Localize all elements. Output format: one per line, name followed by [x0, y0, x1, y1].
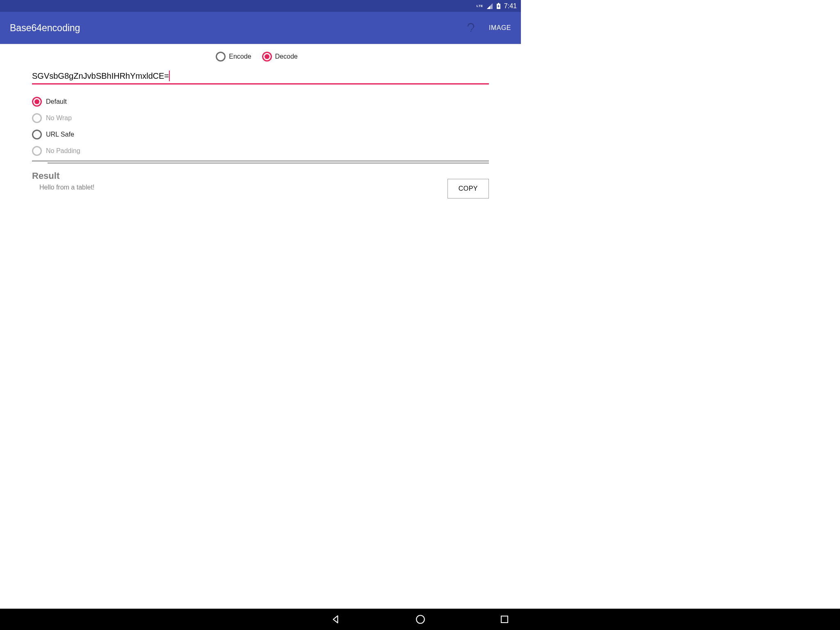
divider [32, 161, 489, 161]
option-row: No Padding [32, 143, 489, 159]
result-heading: Result [32, 171, 489, 181]
option-label: No Wrap [46, 114, 72, 122]
status-bar: LTE 7:41 [0, 0, 521, 12]
option-label: No Padding [46, 147, 80, 155]
option-label: URL Safe [46, 131, 74, 138]
encode-label: Encode [229, 53, 251, 60]
app-title: Base64encoding [10, 23, 465, 34]
option-row: URL Safe [32, 126, 489, 143]
result-text: Hello from a tablet! [39, 184, 447, 191]
option-label: Default [46, 98, 67, 105]
battery-icon [496, 3, 501, 9]
option-radio-url-safe[interactable] [32, 130, 42, 139]
help-icon[interactable] [465, 22, 477, 34]
encode-radio[interactable] [216, 52, 226, 62]
result-row: Hello from a tablet! COPY [32, 181, 489, 199]
content-area: Encode Decode DefaultNo WrapURL SafeNo P… [0, 44, 521, 199]
clock: 7:41 [504, 2, 517, 10]
option-radio-no-padding [32, 146, 42, 156]
signal-icon [486, 3, 493, 9]
option-radio-no-wrap [32, 113, 42, 123]
image-button[interactable]: IMAGE [489, 24, 511, 32]
option-row: Default [32, 94, 489, 110]
divider [48, 163, 489, 163]
options-group: DefaultNo WrapURL SafeNo Padding [32, 94, 489, 159]
text-cursor [169, 71, 170, 81]
decode-radio[interactable] [262, 52, 272, 62]
network-label: LTE [477, 4, 483, 8]
mode-selector: Encode Decode [32, 52, 489, 62]
decode-label: Decode [275, 53, 298, 60]
option-row: No Wrap [32, 110, 489, 126]
svg-rect-1 [498, 3, 499, 4]
app-bar: Base64encoding IMAGE [0, 12, 521, 44]
option-radio-default[interactable] [32, 97, 42, 107]
text-input[interactable] [32, 70, 489, 84]
input-container [32, 70, 489, 84]
copy-button[interactable]: COPY [447, 179, 489, 199]
